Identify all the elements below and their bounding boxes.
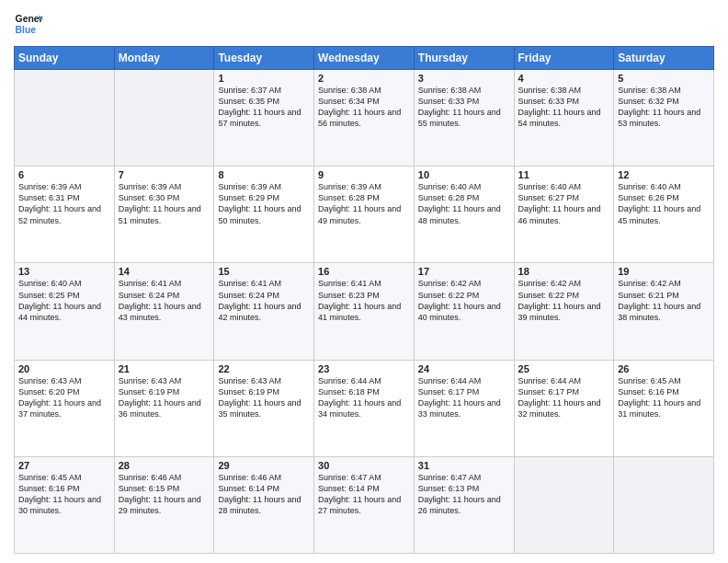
calendar-cell: 3Sunrise: 6:38 AM Sunset: 6:33 PM Daylig… — [414, 70, 514, 167]
calendar-cell — [614, 456, 714, 553]
day-number: 14 — [119, 266, 210, 277]
day-number: 10 — [418, 169, 510, 180]
calendar-week-row: 6Sunrise: 6:39 AM Sunset: 6:31 PM Daylig… — [15, 167, 714, 263]
day-number: 16 — [318, 266, 410, 277]
page-container: General Blue SundayMondayTuesdayWednesda… — [0, 0, 728, 563]
calendar-table: SundayMondayTuesdayWednesdayThursdayFrid… — [14, 46, 714, 554]
calendar-cell — [114, 70, 214, 167]
day-info: Sunrise: 6:39 AM Sunset: 6:29 PM Dayligh… — [218, 181, 310, 226]
day-number: 6 — [18, 169, 110, 180]
day-number: 27 — [18, 460, 110, 471]
day-number: 24 — [418, 363, 510, 374]
day-number: 28 — [119, 460, 210, 471]
day-info: Sunrise: 6:40 AM Sunset: 6:26 PM Dayligh… — [618, 181, 710, 226]
calendar-week-row: 13Sunrise: 6:40 AM Sunset: 6:25 PM Dayli… — [15, 263, 714, 360]
day-info: Sunrise: 6:46 AM Sunset: 6:14 PM Dayligh… — [218, 472, 310, 517]
calendar-cell: 8Sunrise: 6:39 AM Sunset: 6:29 PM Daylig… — [214, 167, 314, 263]
day-info: Sunrise: 6:40 AM Sunset: 6:28 PM Dayligh… — [418, 181, 510, 226]
day-info: Sunrise: 6:42 AM Sunset: 6:21 PM Dayligh… — [618, 278, 710, 323]
day-info: Sunrise: 6:39 AM Sunset: 6:31 PM Dayligh… — [18, 181, 110, 226]
day-info: Sunrise: 6:44 AM Sunset: 6:17 PM Dayligh… — [518, 375, 610, 420]
day-number: 30 — [318, 460, 410, 471]
calendar-cell: 2Sunrise: 6:38 AM Sunset: 6:34 PM Daylig… — [314, 70, 415, 167]
day-info: Sunrise: 6:45 AM Sunset: 6:16 PM Dayligh… — [18, 472, 110, 517]
calendar-cell: 31Sunrise: 6:47 AM Sunset: 6:13 PM Dayli… — [414, 456, 514, 553]
day-info: Sunrise: 6:44 AM Sunset: 6:17 PM Dayligh… — [418, 375, 510, 420]
calendar-cell: 9Sunrise: 6:39 AM Sunset: 6:28 PM Daylig… — [314, 167, 415, 263]
day-number: 2 — [318, 73, 410, 84]
calendar-cell: 12Sunrise: 6:40 AM Sunset: 6:26 PM Dayli… — [614, 167, 714, 263]
day-info: Sunrise: 6:46 AM Sunset: 6:15 PM Dayligh… — [119, 472, 210, 517]
calendar-cell: 19Sunrise: 6:42 AM Sunset: 6:21 PM Dayli… — [614, 263, 714, 360]
calendar-cell: 21Sunrise: 6:43 AM Sunset: 6:19 PM Dayli… — [114, 360, 214, 456]
day-info: Sunrise: 6:37 AM Sunset: 6:35 PM Dayligh… — [218, 85, 310, 130]
day-number: 12 — [618, 169, 710, 180]
day-info: Sunrise: 6:38 AM Sunset: 6:34 PM Dayligh… — [318, 85, 410, 130]
day-info: Sunrise: 6:45 AM Sunset: 6:16 PM Dayligh… — [618, 375, 710, 420]
calendar-cell: 30Sunrise: 6:47 AM Sunset: 6:14 PM Dayli… — [314, 456, 415, 553]
day-number: 19 — [618, 266, 710, 277]
calendar-cell: 14Sunrise: 6:41 AM Sunset: 6:24 PM Dayli… — [114, 263, 214, 360]
day-info: Sunrise: 6:43 AM Sunset: 6:19 PM Dayligh… — [119, 375, 210, 420]
calendar-cell: 13Sunrise: 6:40 AM Sunset: 6:25 PM Dayli… — [15, 263, 115, 360]
day-number: 1 — [218, 73, 310, 84]
weekday-header-tuesday: Tuesday — [214, 47, 314, 70]
calendar-cell: 27Sunrise: 6:45 AM Sunset: 6:16 PM Dayli… — [15, 456, 115, 553]
day-number: 4 — [518, 73, 610, 84]
day-number: 26 — [618, 363, 710, 374]
day-info: Sunrise: 6:44 AM Sunset: 6:18 PM Dayligh… — [318, 375, 410, 420]
calendar-cell: 18Sunrise: 6:42 AM Sunset: 6:22 PM Dayli… — [514, 263, 614, 360]
calendar-cell: 11Sunrise: 6:40 AM Sunset: 6:27 PM Dayli… — [514, 167, 614, 263]
day-info: Sunrise: 6:39 AM Sunset: 6:28 PM Dayligh… — [318, 181, 410, 226]
day-info: Sunrise: 6:42 AM Sunset: 6:22 PM Dayligh… — [418, 278, 510, 323]
day-number: 23 — [318, 363, 410, 374]
calendar-week-row: 1Sunrise: 6:37 AM Sunset: 6:35 PM Daylig… — [15, 70, 714, 167]
calendar-cell: 20Sunrise: 6:43 AM Sunset: 6:20 PM Dayli… — [15, 360, 115, 456]
weekday-header-thursday: Thursday — [414, 47, 514, 70]
svg-text:Blue: Blue — [16, 25, 37, 35]
day-info: Sunrise: 6:41 AM Sunset: 6:24 PM Dayligh… — [218, 278, 310, 323]
day-number: 21 — [119, 363, 210, 374]
calendar-cell: 28Sunrise: 6:46 AM Sunset: 6:15 PM Dayli… — [114, 456, 214, 553]
day-number: 8 — [218, 169, 310, 180]
weekday-header-monday: Monday — [114, 47, 214, 70]
calendar-week-row: 20Sunrise: 6:43 AM Sunset: 6:20 PM Dayli… — [15, 360, 714, 456]
day-number: 5 — [618, 73, 710, 84]
day-number: 20 — [18, 363, 110, 374]
day-info: Sunrise: 6:43 AM Sunset: 6:19 PM Dayligh… — [218, 375, 310, 420]
day-number: 29 — [218, 460, 310, 471]
day-number: 18 — [518, 266, 610, 277]
weekday-header-sunday: Sunday — [15, 47, 115, 70]
calendar-cell: 17Sunrise: 6:42 AM Sunset: 6:22 PM Dayli… — [414, 263, 514, 360]
weekday-header-saturday: Saturday — [614, 47, 714, 70]
calendar-cell — [15, 70, 115, 167]
day-info: Sunrise: 6:42 AM Sunset: 6:22 PM Dayligh… — [518, 278, 610, 323]
calendar-cell: 22Sunrise: 6:43 AM Sunset: 6:19 PM Dayli… — [214, 360, 314, 456]
calendar-cell: 15Sunrise: 6:41 AM Sunset: 6:24 PM Dayli… — [214, 263, 314, 360]
day-info: Sunrise: 6:41 AM Sunset: 6:24 PM Dayligh… — [119, 278, 210, 323]
logo-icon: General Blue — [14, 9, 43, 39]
weekday-header-wednesday: Wednesday — [314, 47, 415, 70]
calendar-cell: 29Sunrise: 6:46 AM Sunset: 6:14 PM Dayli… — [214, 456, 314, 553]
day-number: 22 — [218, 363, 310, 374]
calendar-cell: 16Sunrise: 6:41 AM Sunset: 6:23 PM Dayli… — [314, 263, 415, 360]
day-info: Sunrise: 6:41 AM Sunset: 6:23 PM Dayligh… — [318, 278, 410, 323]
day-number: 17 — [418, 266, 510, 277]
calendar-week-row: 27Sunrise: 6:45 AM Sunset: 6:16 PM Dayli… — [15, 456, 714, 553]
calendar-cell: 1Sunrise: 6:37 AM Sunset: 6:35 PM Daylig… — [214, 70, 314, 167]
weekday-header-friday: Friday — [514, 47, 614, 70]
day-number: 25 — [518, 363, 610, 374]
day-info: Sunrise: 6:43 AM Sunset: 6:20 PM Dayligh… — [18, 375, 110, 420]
day-info: Sunrise: 6:38 AM Sunset: 6:32 PM Dayligh… — [618, 85, 710, 130]
page-header: General Blue — [14, 9, 714, 39]
calendar-cell: 6Sunrise: 6:39 AM Sunset: 6:31 PM Daylig… — [15, 167, 115, 263]
day-info: Sunrise: 6:47 AM Sunset: 6:14 PM Dayligh… — [318, 472, 410, 517]
calendar-cell — [514, 456, 614, 553]
day-number: 9 — [318, 169, 410, 180]
day-info: Sunrise: 6:38 AM Sunset: 6:33 PM Dayligh… — [518, 85, 610, 130]
day-info: Sunrise: 6:39 AM Sunset: 6:30 PM Dayligh… — [119, 181, 210, 226]
calendar-cell: 4Sunrise: 6:38 AM Sunset: 6:33 PM Daylig… — [514, 70, 614, 167]
calendar-cell: 23Sunrise: 6:44 AM Sunset: 6:18 PM Dayli… — [314, 360, 415, 456]
calendar-cell: 24Sunrise: 6:44 AM Sunset: 6:17 PM Dayli… — [414, 360, 514, 456]
day-number: 31 — [418, 460, 510, 471]
